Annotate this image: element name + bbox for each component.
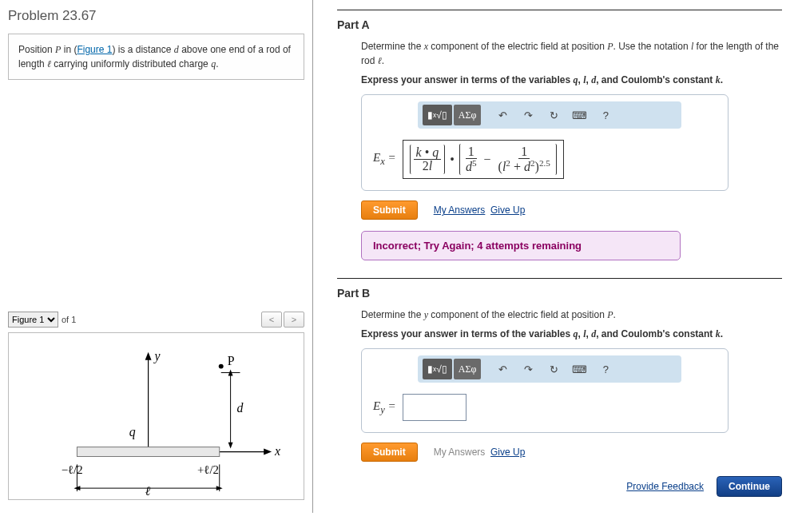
svg-text:x: x bbox=[274, 444, 280, 458]
ey-label: Ey = bbox=[373, 399, 396, 416]
svg-marker-4 bbox=[264, 449, 272, 455]
part-b-title: Part B bbox=[337, 287, 782, 300]
part-a-prompt: Determine the x component of the electri… bbox=[361, 39, 782, 68]
ex-label: Ex = bbox=[373, 151, 396, 168]
figure-of-text: of 1 bbox=[62, 315, 76, 324]
figure-selector-bar: Figure 1 of 1 < > bbox=[8, 312, 304, 328]
problem-title: Problem 23.67 bbox=[8, 8, 304, 24]
figure-diagram: y x q −ℓ/2 +ℓ/2 P d bbox=[8, 332, 304, 500]
part-a-my-answers-link[interactable]: My Answers bbox=[434, 204, 486, 216]
continue-button[interactable]: Continue bbox=[717, 476, 782, 497]
equation-toolbar-b: ▮x√▯ ΑΣφ ↶ ↷ ↻ ⌨ ? bbox=[418, 355, 681, 383]
svg-text:P: P bbox=[228, 354, 235, 367]
help-icon[interactable]: ? bbox=[594, 359, 617, 379]
reset-icon[interactable]: ↻ bbox=[542, 359, 566, 379]
undo-icon[interactable]: ↶ bbox=[490, 359, 514, 379]
help-icon[interactable]: ? bbox=[594, 105, 617, 125]
part-a-give-up-link[interactable]: Give Up bbox=[490, 204, 525, 216]
part-a-answer-box: ▮x√▯ ΑΣφ ↶ ↷ ↻ ⌨ ? Ex = k • q2l • 1d5 − … bbox=[361, 94, 729, 191]
redo-icon[interactable]: ↷ bbox=[516, 359, 540, 379]
reset-icon[interactable]: ↻ bbox=[542, 105, 566, 125]
greek-button[interactable]: ΑΣφ bbox=[454, 359, 482, 379]
provide-feedback-link[interactable]: Provide Feedback bbox=[626, 481, 704, 492]
part-b-express: Express your answer in terms of the vari… bbox=[361, 328, 782, 340]
svg-rect-6 bbox=[77, 447, 219, 457]
redo-icon[interactable]: ↷ bbox=[516, 105, 540, 125]
intro-text: Position bbox=[18, 44, 55, 55]
svg-text:q: q bbox=[129, 425, 136, 439]
greek-button[interactable]: ΑΣφ bbox=[454, 105, 482, 125]
undo-icon[interactable]: ↶ bbox=[490, 105, 514, 125]
figure-link[interactable]: Figure 1 bbox=[77, 44, 112, 55]
part-a-answer-input[interactable]: k • q2l • 1d5 − 1(l2 + d2)2.5 bbox=[403, 140, 564, 179]
part-b-my-answers-link: My Answers bbox=[434, 447, 486, 458]
part-b-answer-box: ▮x√▯ ΑΣφ ↶ ↷ ↻ ⌨ ? Ey = bbox=[361, 348, 729, 433]
part-a-submit-button[interactable]: Submit bbox=[361, 200, 418, 220]
template-icon[interactable]: ▮x√▯ bbox=[423, 105, 452, 125]
svg-text:d: d bbox=[237, 401, 244, 415]
part-b-answer-input[interactable] bbox=[403, 394, 466, 421]
svg-text:−ℓ/2: −ℓ/2 bbox=[62, 463, 83, 476]
part-b-submit-button[interactable]: Submit bbox=[361, 443, 418, 462]
svg-text:+ℓ/2: +ℓ/2 bbox=[197, 463, 219, 476]
part-a-feedback: Incorrect; Try Again; 4 attempts remaini… bbox=[361, 231, 681, 260]
part-b-give-up-link[interactable]: Give Up bbox=[490, 447, 525, 458]
part-a-express: Express your answer in terms of the vari… bbox=[361, 74, 782, 86]
svg-marker-1 bbox=[145, 352, 152, 360]
figure-select[interactable]: Figure 1 bbox=[8, 312, 58, 328]
svg-text:ℓ: ℓ bbox=[145, 484, 151, 498]
equation-toolbar: ▮x√▯ ΑΣφ ↶ ↷ ↻ ⌨ ? bbox=[418, 101, 681, 129]
left-panel: Problem 23.67 Position P in (Figure 1) i… bbox=[0, 0, 313, 513]
template-icon[interactable]: ▮x√▯ bbox=[423, 359, 452, 379]
svg-marker-14 bbox=[228, 443, 233, 449]
figure-next-button[interactable]: > bbox=[284, 312, 304, 328]
part-b-prompt: Determine the y component of the electri… bbox=[361, 308, 782, 322]
right-panel: Part A Determine the x component of the … bbox=[313, 0, 798, 513]
keyboard-icon[interactable]: ⌨ bbox=[567, 105, 592, 125]
svg-text:y: y bbox=[153, 349, 161, 363]
figure-prev-button[interactable]: < bbox=[261, 312, 282, 328]
part-a-title: Part A bbox=[337, 18, 782, 31]
keyboard-icon[interactable]: ⌨ bbox=[567, 359, 592, 379]
svg-point-10 bbox=[219, 364, 224, 369]
problem-intro: Position P in (Figure 1) is a distance d… bbox=[8, 34, 304, 80]
